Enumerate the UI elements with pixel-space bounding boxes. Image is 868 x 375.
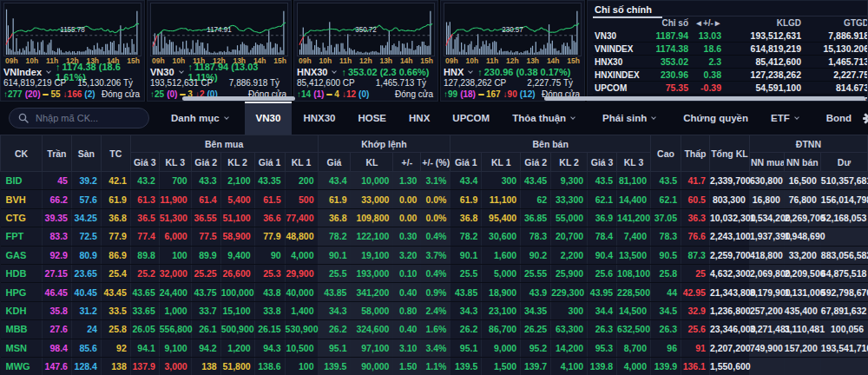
time-label: 13h xyxy=(379,56,392,66)
index-points: 1174.38 xyxy=(647,43,694,56)
stock-row-bid[interactable]: BID4539.242.143.270043.32,10043.3520043.… xyxy=(1,172,868,190)
tab-phai-sinh[interactable]: Phái sinh xyxy=(591,102,672,135)
cell-match-chg: 0.00 xyxy=(393,190,421,208)
cell-match-kl: 19,100 xyxy=(351,246,393,264)
cell-match-pct: 0.9% xyxy=(421,283,450,301)
col-gtgd: GTGD xyxy=(806,16,868,30)
cell-match-gia: 95.1 xyxy=(318,339,351,357)
cell-sell-kl1: 300 xyxy=(482,172,521,190)
tab-danh-muc[interactable]: Danh mục xyxy=(160,102,245,135)
index-turnover: 7,886.918 Tỷ xyxy=(229,78,279,89)
svg-text:1155.78: 1155.78 xyxy=(60,26,85,34)
col-buy-gia1: Giá 1 xyxy=(254,153,285,172)
cell-nn-ban: 435,400 xyxy=(784,301,820,319)
tab-hnx[interactable]: HNX xyxy=(398,102,441,135)
cell-buy-gia2: 25.25 xyxy=(191,264,220,282)
cell-match-pct: 0.4% xyxy=(421,264,450,282)
cell-sell-gia1: 90.1 xyxy=(450,246,482,264)
index-row-vn30[interactable]: VN301187.9413.03193,512,6317,886.918↑253… xyxy=(593,30,868,43)
index-gtgd: 7,886.918 xyxy=(806,30,868,43)
stock-row-bvh[interactable]: BVH66.257.661.961.311,90061.45,40061.550… xyxy=(1,190,868,208)
cell-thap: 25.6 xyxy=(681,320,709,339)
tab-chung-quyen[interactable]: Chứng quyền xyxy=(672,102,760,135)
market-tabs: Danh mụcVN30HNX30HOSEHNXUPCOMThỏa thuậnP… xyxy=(160,102,863,135)
col-nn-ban: NN bán xyxy=(784,153,820,172)
cell-cao: 43.5 xyxy=(651,172,681,190)
cell-buy-gia2: 77.5 xyxy=(191,227,220,246)
tab-bond[interactable]: Bond xyxy=(815,102,863,135)
cell-buy-gia2: 36.55 xyxy=(191,208,220,227)
cell-match-kl: 324,600 xyxy=(351,320,393,339)
ticker-symbol: HDB xyxy=(1,264,43,282)
chart-panel-vnindex: 1155.7809h10h11h12h13h14h15hVNIndex↑1174… xyxy=(0,0,145,102)
stock-row-mwg[interactable]: MWG147.6128.4138137.93,00013851,800138.6… xyxy=(1,357,868,375)
cell-tran: 35.8 xyxy=(42,301,71,319)
chevron-down-icon xyxy=(651,115,656,120)
index-selector[interactable]: VNIndex xyxy=(3,67,56,77)
stock-row-fpt[interactable]: FPT83.372.577.977.46,00077.558,90077.948… xyxy=(1,227,868,246)
cell-sell-gia2: 90.2 xyxy=(521,246,551,264)
index-klgd: 193,512,631 xyxy=(727,30,806,43)
search-input[interactable] xyxy=(34,112,140,124)
stock-row-msn[interactable]: MSN98.485.69294.19,10094.21,20094.310,50… xyxy=(1,339,868,357)
stock-row-gas[interactable]: GAS92.980.986.989.810089.99,400904,00090… xyxy=(1,246,868,264)
tab-upcom[interactable]: UPCOM xyxy=(441,102,501,135)
tab-vn30[interactable]: VN30 xyxy=(245,102,293,135)
tab-chi-so-chinh[interactable]: Chỉ số chính xyxy=(593,3,662,18)
col-sell-gia1: Giá 1 xyxy=(450,153,482,172)
cell-cao: 26.3 xyxy=(651,320,681,339)
cell-tong-kl: 1,236,800 xyxy=(709,301,749,319)
cell-match-kl: 193,000 xyxy=(351,264,393,282)
up-arrow-icon: ↑ xyxy=(341,67,346,77)
cell-du: 67,891,632 xyxy=(820,301,867,319)
cell-thap: 32.9 xyxy=(681,301,709,319)
cell-match-chg: 1.30 xyxy=(393,172,421,190)
stock-row-hpg[interactable]: HPG46.4540.4543.4543.6524,40043.75100,00… xyxy=(1,283,868,301)
svg-text:350.72: 350.72 xyxy=(355,26,377,34)
index-change: 2.3 xyxy=(694,56,727,69)
stock-row-mbb[interactable]: MBB27.62425.826.05556,80026.1500,90026.1… xyxy=(1,320,868,339)
index-volume: 614,819,219 CP xyxy=(3,78,66,89)
cell-match-gia: 139.5 xyxy=(318,357,351,375)
cell-tong-kl: 1,550,600 xyxy=(709,357,749,375)
nav-actions xyxy=(863,110,868,126)
cell-sell-gia1: 43.85 xyxy=(450,283,482,301)
col-buy-kl2: KL 2 xyxy=(220,153,254,172)
cell-sell-kl1: 23,100 xyxy=(482,301,521,319)
charts-scrollbar-thumb[interactable] xyxy=(182,96,295,101)
index-row-hnx30[interactable]: HNX30353.022.385,412,6001,465.713↑144↓12 xyxy=(593,56,868,69)
search-box[interactable] xyxy=(9,108,149,128)
floor-count: (2) xyxy=(84,89,95,100)
cell-nn-ban: 1,948,690 xyxy=(784,227,820,246)
settings-gear-icon[interactable] xyxy=(863,112,868,125)
index-volume: 193,512,631 CP xyxy=(150,78,213,89)
tab-thoa-thuan[interactable]: Thỏa thuận xyxy=(501,102,591,135)
cell-buy-gia2: 43.3 xyxy=(191,172,220,190)
index-row-hnxindex[interactable]: HNXINDEX230.960.38127,238,2622,227.75↑99… xyxy=(593,69,868,82)
cell-cao: 90.5 xyxy=(651,246,681,264)
stock-row-hdb[interactable]: HDB27.1523.6525.425.232,00025.2526,60025… xyxy=(1,264,868,282)
cell-nn-ban: 1,131,000 xyxy=(784,283,820,301)
index-selector[interactable]: HNX xyxy=(444,67,477,77)
col-buy-gia2: Giá 2 xyxy=(191,153,220,172)
index-selector[interactable]: HNX30 xyxy=(297,67,341,77)
cell-sell-gia3: 25.6 xyxy=(588,264,617,282)
cell-tran: 46.45 xyxy=(42,283,71,301)
tab-hnx30[interactable]: HNX30 xyxy=(292,102,346,135)
cell-buy-gia3: 43.65 xyxy=(130,283,159,301)
cell-cao: 37.05 xyxy=(651,208,681,227)
cell-sell-kl1: 5,000 xyxy=(482,264,521,282)
index-row-vnindex[interactable]: VNINDEX1174.3818.6614,819,21915,130.206↑… xyxy=(593,43,868,56)
summary-scrollbar-thumb[interactable] xyxy=(544,96,865,101)
cell-match-kl: 33,000 xyxy=(351,190,393,208)
tab-etf[interactable]: ETF xyxy=(760,102,815,135)
stock-row-kdh[interactable]: KDH35.831.233.533.651,00033.715,10033.81… xyxy=(1,301,868,319)
index-row-upcom[interactable]: UPCOM75.35-0.3954,591,100814.673↑178656↓… xyxy=(593,82,868,95)
tab-hose[interactable]: HOSE xyxy=(346,102,398,135)
col-sell-gia2: Giá 2 xyxy=(521,153,551,172)
stock-row-ctg[interactable]: CTG39.3534.2536.836.551,30036.5551,10036… xyxy=(1,208,868,227)
index-turnover: 1,465.713 Tỷ xyxy=(376,78,426,89)
cell-match-gia: 90.1 xyxy=(318,246,351,264)
cell-du: 883,056,582 xyxy=(820,246,867,264)
index-selector[interactable]: VN30 xyxy=(150,67,188,77)
